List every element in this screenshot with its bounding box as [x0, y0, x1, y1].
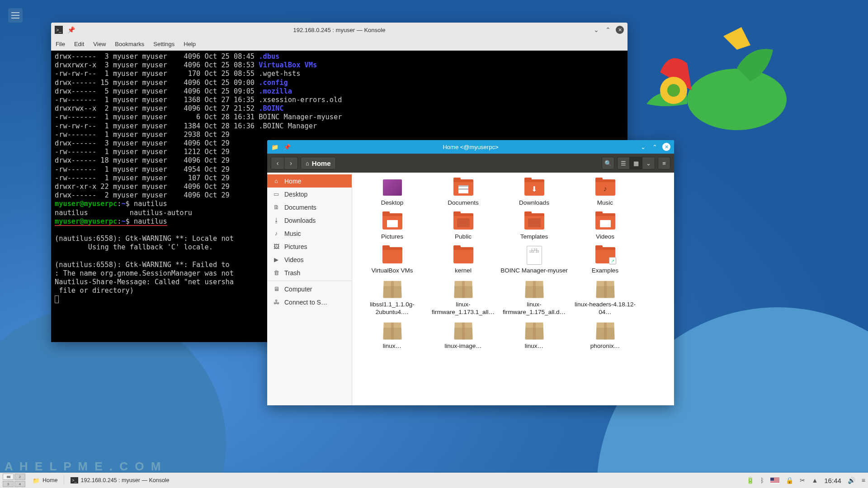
- nautilus-titlebar[interactable]: 📁 📌 Home <@myuserpc> ⌄ ⌃ ✕: [267, 140, 674, 154]
- minimize-button[interactable]: ⌄: [639, 143, 647, 151]
- minimize-button[interactable]: ⌄: [592, 26, 600, 34]
- menu-view[interactable]: View: [93, 41, 106, 47]
- package-icon: [382, 280, 403, 299]
- clock[interactable]: 16:44: [824, 477, 841, 484]
- taskbar-task[interactable]: >_192.168.0.245 : myuser — Konsole: [66, 474, 174, 486]
- file-label: linux…: [383, 342, 401, 350]
- package-icon: [453, 321, 474, 340]
- nautilus-toolbar: ‹ › ⌂ Home 🔍 ☰ ▦ ⌄ ≡: [267, 154, 674, 173]
- file-label: phoronix…: [590, 342, 620, 350]
- folder-icon: [453, 246, 474, 265]
- file-icon: 1 10 101 10: [524, 246, 545, 265]
- clipboard-icon[interactable]: ✂: [800, 477, 805, 484]
- file-label: Pictures: [381, 233, 403, 240]
- file-item[interactable]: Music: [570, 178, 641, 206]
- file-item[interactable]: Documents: [428, 178, 499, 206]
- back-button[interactable]: ‹: [271, 157, 284, 169]
- file-item[interactable]: Templates: [499, 212, 570, 240]
- file-label: linux-headers-4.18.12-04…: [571, 300, 639, 316]
- konsole-titlebar[interactable]: >_ 📌 192.168.0.245 : myuser — Konsole ⌄ …: [51, 23, 627, 37]
- svg-rect-1: [11, 15, 19, 16]
- sidebar-item-label: Documents: [284, 204, 316, 211]
- konsole-title: 192.168.0.245 : myuser — Konsole: [51, 27, 627, 33]
- battery-icon[interactable]: 🔋: [746, 477, 754, 484]
- sidebar-item-downloads[interactable]: ⭳Downloads: [267, 214, 352, 227]
- music-icon: ♪: [273, 230, 280, 237]
- lock-icon[interactable]: 🔒: [786, 477, 793, 484]
- taskbar-task[interactable]: 📁Home: [28, 474, 62, 486]
- sidebar-item-trash[interactable]: 🗑Trash: [267, 266, 352, 279]
- menu-file[interactable]: File: [56, 41, 65, 47]
- package-icon: [524, 321, 545, 340]
- pin-icon[interactable]: 📌: [283, 144, 291, 150]
- tray-expand-icon[interactable]: ▲: [811, 477, 818, 484]
- menu-settings[interactable]: Settings: [153, 41, 175, 47]
- file-item[interactable]: linux-firmware_1.175_all.d…: [499, 280, 570, 316]
- sidebar-item-label: Home: [284, 178, 301, 185]
- file-item[interactable]: linux-firmware_1.173.1_all…: [428, 280, 499, 316]
- close-button[interactable]: ✕: [662, 143, 670, 151]
- sidebar-item-videos[interactable]: ▶Videos: [267, 253, 352, 266]
- close-button[interactable]: ✕: [616, 26, 624, 34]
- forward-button[interactable]: ›: [284, 157, 298, 169]
- pin-icon[interactable]: 📌: [67, 26, 75, 33]
- path-home-button[interactable]: ⌂ Home: [301, 157, 336, 169]
- keyboard-layout-icon[interactable]: [770, 478, 779, 483]
- file-item[interactable]: phoronix…: [570, 321, 641, 350]
- file-label: Examples: [592, 267, 618, 274]
- file-item[interactable]: Desktop: [357, 178, 428, 206]
- file-item[interactable]: libssl1.1_1.1.0g-2ubuntu4.…: [357, 280, 428, 316]
- sidebar-item-music[interactable]: ♪Music: [267, 227, 352, 240]
- sidebar-item-home[interactable]: ⌂Home: [267, 174, 352, 188]
- file-item[interactable]: linux…: [499, 321, 570, 350]
- file-label: Templates: [520, 233, 548, 240]
- search-button[interactable]: 🔍: [602, 157, 614, 169]
- maximize-button[interactable]: ⌃: [604, 26, 612, 34]
- sidebar-item-label: Music: [284, 230, 301, 237]
- file-label: linux-firmware_1.175_all.d…: [500, 300, 568, 316]
- sidebar-item-documents[interactable]: 🗎Documents: [267, 201, 352, 214]
- maximize-button[interactable]: ⌃: [651, 143, 659, 151]
- bluetooth-icon[interactable]: ᛒ: [760, 477, 764, 484]
- file-item[interactable]: VirtualBox VMs: [357, 246, 428, 274]
- pager-desktop-2[interactable]: 2: [14, 474, 25, 480]
- file-grid[interactable]: DesktopDocumentsDownloadsMusicPicturesPu…: [352, 173, 674, 405]
- package-icon: [594, 321, 616, 340]
- folder-icon: [453, 178, 474, 197]
- file-item[interactable]: linux-headers-4.18.12-04…: [570, 280, 641, 316]
- pager-desktop-4[interactable]: 4: [14, 481, 25, 487]
- hamburger-menu-button[interactable]: ≡: [658, 157, 670, 169]
- file-item[interactable]: linux-image…: [428, 321, 499, 350]
- svg-rect-0: [11, 12, 19, 13]
- volume-icon[interactable]: 🔊: [848, 477, 855, 484]
- view-options-button[interactable]: ⌄: [642, 157, 655, 169]
- pager-desktop-1[interactable]: [3, 474, 14, 480]
- file-item[interactable]: Downloads: [499, 178, 570, 206]
- grid-view-button[interactable]: ▦: [630, 157, 642, 169]
- panel-menu-icon[interactable]: ≡: [862, 477, 865, 484]
- desktop-pager[interactable]: 3 2 4: [3, 474, 25, 487]
- file-item[interactable]: 1 10 101 10BOINC Manager-myuser: [499, 246, 570, 274]
- menu-help[interactable]: Help: [184, 41, 196, 47]
- file-item[interactable]: kernel: [428, 246, 499, 274]
- list-view-button[interactable]: ☰: [617, 157, 630, 169]
- pager-desktop-3[interactable]: 3: [3, 481, 14, 487]
- sidebar-item-pictures[interactable]: 🖼Pictures: [267, 240, 352, 253]
- file-label: Downloads: [519, 199, 549, 206]
- file-item[interactable]: Public: [428, 212, 499, 240]
- file-item[interactable]: Examples: [570, 246, 641, 274]
- menu-bookmarks[interactable]: Bookmarks: [115, 41, 144, 47]
- file-label: linux-image…: [444, 342, 482, 350]
- folder-icon: [524, 178, 545, 197]
- sidebar-item-computer[interactable]: 🖥Computer: [267, 282, 352, 296]
- file-item[interactable]: Videos: [570, 212, 641, 240]
- sidebar-item-desktop[interactable]: ▭Desktop: [267, 188, 352, 201]
- menu-edit[interactable]: Edit: [74, 41, 84, 47]
- sidebar-item-connect-to-s-[interactable]: 🖧Connect to S…: [267, 296, 352, 309]
- pictures-icon: 🖼: [273, 243, 280, 250]
- application-launcher-icon[interactable]: [8, 8, 23, 23]
- sidebar-item-label: Downloads: [284, 217, 316, 224]
- file-item[interactable]: Pictures: [357, 212, 428, 240]
- file-item[interactable]: linux…: [357, 321, 428, 350]
- sidebar-item-label: Desktop: [284, 191, 307, 198]
